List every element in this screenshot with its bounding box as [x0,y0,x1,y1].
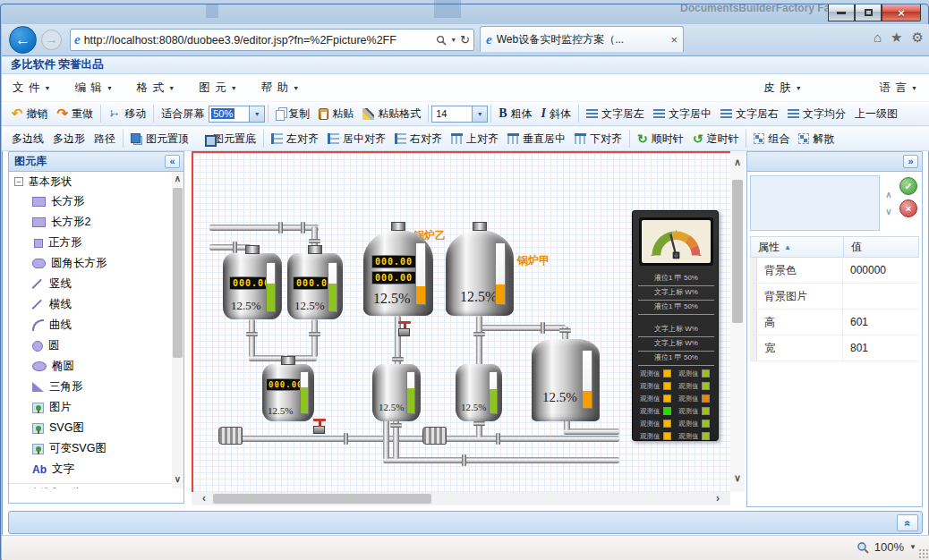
polyline-button[interactable]: 多边线 [7,132,48,147]
font-size-field[interactable]: 14 [431,106,473,123]
shape-item-circle[interactable]: 圆 [9,335,172,356]
zoom-select[interactable]: 50% ▼ [209,106,265,123]
text-align-center-button[interactable]: 文字居中 [649,106,716,122]
parent-view-button[interactable]: 上一级图 [850,106,902,122]
align-top-button[interactable]: 上对齐 [447,132,503,147]
sidebar-scrollbar[interactable]: ∧ ∨ [172,172,183,488]
send-to-back-button[interactable]: 图元置底 [193,132,260,147]
property-row-width[interactable]: 宽 801 [750,335,919,361]
scrollbar-thumb[interactable] [173,188,183,358]
spin-down-icon[interactable]: ∨ [882,207,896,216]
menu-file[interactable]: 文 件▼ [13,81,51,96]
shape-item-triangle[interactable]: 三角形 [9,377,172,397]
maximize-button[interactable] [855,4,882,21]
pipe-segment[interactable] [564,428,619,435]
scroll-down-icon[interactable]: ∨ [730,472,745,487]
property-row-height[interactable]: 高 601 [750,310,919,335]
settings-gear-icon[interactable]: ⚙ [912,30,924,46]
collapse-panel-button[interactable]: « [165,155,180,168]
undo-button[interactable]: ↶撤销 [7,106,53,122]
tank-small-1[interactable]: 000.00 12.5% [223,253,282,319]
bring-to-front-button[interactable]: 图元置顶 [126,132,193,147]
attr-column-header[interactable]: 属性▲ [751,237,844,257]
home-icon[interactable]: ⌂ [874,30,882,46]
canvas-vertical-scrollbar[interactable]: ∧ ∨ [730,151,745,492]
value-column-header[interactable]: 值 [844,237,918,257]
property-row-background-color[interactable]: 背景色 000000 [750,258,919,284]
boiler-a-label[interactable]: 锅炉甲 [517,253,550,268]
tank-small-2[interactable]: 000.00 12.5% [287,253,343,319]
url-text[interactable]: http://localhost:8080/duobee3.9/editor.j… [84,34,432,47]
fit-screen-button[interactable]: 适合屏幕 [157,106,209,122]
resize-grip[interactable] [918,548,929,559]
tank-bottom-2[interactable]: 12.5% [372,364,421,421]
zoom-control[interactable]: 100% ▼ [857,540,916,554]
spin-up-icon[interactable]: ∧ [882,190,896,199]
shape-item-rectangle[interactable]: 长方形 [9,191,172,212]
zoom-select-dropdown-icon[interactable]: ▼ [250,106,265,123]
tank-bottom-4[interactable]: 12.5% [532,339,600,421]
ungroup-button[interactable]: 解散 [794,132,839,147]
shape-item-rounded-rectangle[interactable]: 圆角长方形 [9,253,172,274]
collapse-bottom-button[interactable]: « [897,514,918,531]
zoom-select-field[interactable]: 50% [209,106,250,123]
apply-button[interactable]: ✓ [899,177,917,195]
close-button[interactable]: × [882,4,921,21]
property-row-background-image[interactable]: 背景图片 [750,284,919,310]
property-value[interactable]: 000000 [843,258,919,283]
pipe-segment[interactable] [476,325,566,331]
shape-item-square[interactable]: 正方形 [9,233,172,253]
menu-edit[interactable]: 编 辑▼ [74,81,113,96]
minimize-button[interactable] [828,4,855,21]
address-bar[interactable]: e http://localhost:8080/duobee3.9/editor… [70,29,474,51]
shape-item-svg[interactable]: SVG图 [9,418,172,438]
rotate-cw-button[interactable]: ↻顺时针 [633,132,688,147]
group-button[interactable]: 组合 [749,132,794,147]
shape-item-image[interactable]: 图片 [9,397,172,418]
shape-item-vline[interactable]: 竖线 [9,274,172,294]
path-button[interactable]: 路径 [89,132,120,147]
align-left-button[interactable]: 左对齐 [267,132,323,147]
zoom-dropdown-icon[interactable]: ▼ [909,543,916,551]
property-value[interactable]: 801 [843,335,919,361]
scroll-up-icon[interactable]: ∧ [730,157,745,171]
property-value[interactable]: 601 [843,310,919,335]
align-bottom-button[interactable]: 下对齐 [570,132,626,147]
redo-button[interactable]: ↷重做 [53,106,98,122]
polygon-button[interactable]: 多边形 [48,132,89,147]
tree-group-connectors[interactable]: +连线和箭头 [9,483,172,488]
tree-group-basic-shapes[interactable]: −基本形状 [9,172,172,191]
paste-format-button[interactable]: 粘贴格式 [358,106,425,122]
align-vcenter-button[interactable]: 垂直居中 [503,132,570,147]
pump[interactable] [422,427,447,445]
shape-item-hline[interactable]: 横线 [9,294,172,315]
boiler-b-tank[interactable]: 000.00 000.00 12.5% [363,230,433,316]
rotate-ccw-button[interactable]: ↺逆时针 [688,132,744,147]
pipe-segment[interactable] [383,457,619,463]
search-icon[interactable] [436,35,447,46]
italic-button[interactable]: I斜体 [537,106,575,122]
scrollbar-thumb[interactable] [213,494,431,504]
scroll-right-icon[interactable]: › [711,492,725,505]
menu-language[interactable]: 语 言▼ [880,81,918,96]
browser-tab[interactable]: e Web设备实时监控方案（... × [480,26,684,52]
text-align-right-button[interactable]: 文字居右 [716,106,783,122]
bold-button[interactable]: B粗体 [494,106,536,122]
pipe-segment[interactable] [476,316,482,366]
pipe-segment[interactable] [311,319,318,357]
forward-button[interactable]: → [41,30,62,50]
cancel-button[interactable]: × [899,199,917,217]
shape-item-rectangle2[interactable]: 长方形2 [9,212,172,233]
valve[interactable] [398,328,410,336]
shape-item-ellipse[interactable]: 椭圆 [9,356,172,377]
text-justify-button[interactable]: 文字均分 [783,106,850,122]
shape-item-curve[interactable]: 曲线 [9,315,172,335]
drawing-canvas[interactable]: 锅炉乙 锅炉甲 000.00 12.5% 000.00 12.5% 000.00… [192,151,730,492]
property-value[interactable] [843,284,919,309]
boiler-a-tank[interactable]: 12.5% [446,230,514,316]
menu-element[interactable]: 图 元▼ [199,81,237,96]
align-center-button[interactable]: 居中对齐 [323,132,390,147]
font-size-select[interactable]: 14 ▼ [431,106,488,123]
favorites-star-icon[interactable]: ★ [891,30,902,46]
pipe-segment[interactable] [249,319,255,357]
